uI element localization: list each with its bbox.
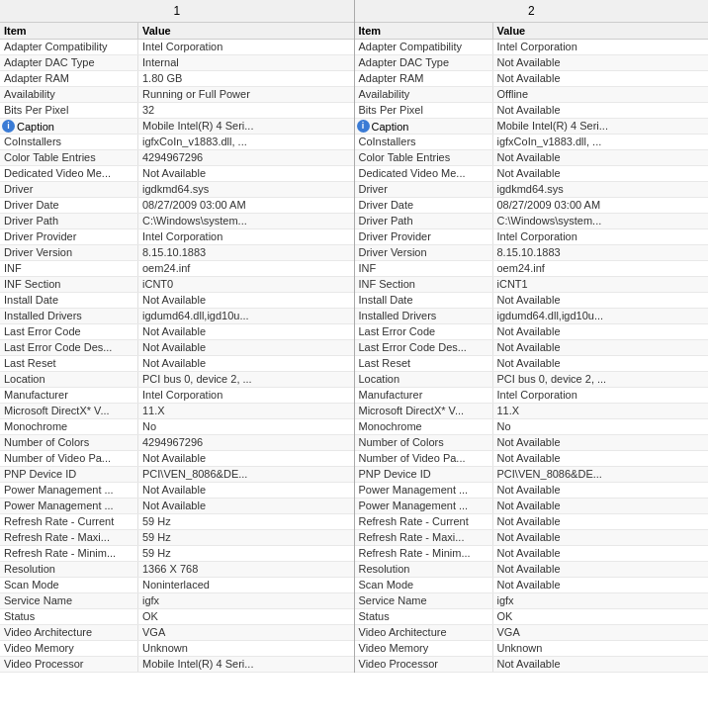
panel-panel1-header: 1	[0, 0, 354, 23]
value-cell: C:\Windows\system...	[138, 214, 354, 228]
item-cell: Location	[0, 372, 138, 387]
item-cell: INF	[355, 261, 493, 276]
value-cell: Not Available	[493, 562, 709, 577]
item-cell: INF	[0, 261, 138, 276]
item-cell: Adapter Compatibility	[355, 40, 493, 54]
item-cell: Refresh Rate - Minim...	[355, 546, 493, 561]
item-cell: Video Architecture	[355, 625, 493, 640]
value-cell: Not Available	[138, 340, 354, 355]
table-row: Adapter RAMNot Available	[355, 71, 709, 87]
table-row: Number of Video Pa...Not Available	[355, 451, 709, 467]
table-row: INF SectioniCNT1	[355, 277, 709, 293]
item-cell: Video Memory	[0, 641, 138, 656]
value-cell: Not Available	[138, 499, 354, 513]
table-row: Install DateNot Available	[0, 293, 354, 309]
table-row: Driverigdkmd64.sys	[0, 182, 354, 198]
value-cell: Not Available	[493, 435, 709, 450]
value-cell: 4294967296	[138, 150, 354, 165]
table-row: Refresh Rate - Minim...59 Hz	[0, 546, 354, 562]
table-row: ManufacturerIntel Corporation	[0, 388, 354, 404]
table-row: CoInstallersigfxCoIn_v1883.dll, ...	[355, 135, 709, 150]
item-cell: Service Name	[0, 593, 138, 608]
value-cell: PCI bus 0, device 2, ...	[493, 372, 709, 387]
value-cell: iCNT0	[138, 277, 354, 292]
value-cell: 8.15.10.1883	[138, 245, 354, 260]
item-cell: Number of Colors	[355, 435, 493, 450]
value-cell: Not Available	[493, 451, 709, 466]
table-row: Adapter RAM1.80 GB	[0, 71, 354, 87]
value-cell: Intel Corporation	[138, 388, 354, 403]
value-cell: igdumd64.dll,igd10u...	[493, 309, 709, 323]
table-row: Refresh Rate - CurrentNot Available	[355, 514, 709, 530]
table-row: iCaptionMobile Intel(R) 4 Seri...	[0, 119, 354, 135]
table-row: LocationPCI bus 0, device 2, ...	[0, 372, 354, 388]
value-cell: Not Available	[138, 356, 354, 371]
item-cell: INF Section	[0, 277, 138, 292]
caption-label: Caption	[17, 121, 54, 133]
item-cell: PNP Device ID	[0, 467, 138, 482]
table-row: LocationPCI bus 0, device 2, ...	[355, 372, 709, 388]
value-cell: 59 Hz	[138, 546, 354, 561]
item-cell: Last Reset	[0, 356, 138, 371]
table-row: Video ArchitectureVGA	[355, 625, 709, 641]
value-cell: 8.15.10.1883	[493, 245, 709, 260]
item-cell: Number of Colors	[0, 435, 138, 450]
value-cell: Intel Corporation	[493, 229, 709, 244]
item-cell: Color Table Entries	[355, 150, 493, 165]
table-row: Number of ColorsNot Available	[355, 435, 709, 451]
value-cell: Not Available	[493, 150, 709, 165]
caption-label: Caption	[372, 121, 409, 133]
item-cell: Install Date	[355, 293, 493, 308]
value-cell: oem24.inf	[138, 261, 354, 276]
panel-panel2-table-body: Adapter CompatibilityIntel CorporationAd…	[355, 40, 709, 673]
item-cell: Power Management ...	[0, 483, 138, 498]
table-row: Dedicated Video Me...Not Available	[0, 166, 354, 182]
item-cell: Adapter DAC Type	[355, 55, 493, 70]
value-cell: Not Available	[493, 578, 709, 592]
value-cell: Intel Corporation	[493, 40, 709, 54]
panel-panel1-table-header: ItemValue	[0, 23, 354, 40]
table-row: Refresh Rate - Maxi...59 Hz	[0, 530, 354, 546]
value-cell: igdkmd64.sys	[493, 182, 709, 197]
table-row: Driver Version8.15.10.1883	[355, 245, 709, 261]
table-row: Adapter DAC TypeNot Available	[355, 55, 709, 71]
item-cell: Last Error Code Des...	[0, 340, 138, 355]
item-cell: CoInstallers	[355, 135, 493, 149]
value-cell: 59 Hz	[138, 530, 354, 545]
table-row: Number of Colors4294967296	[0, 435, 354, 451]
item-cell: PNP Device ID	[355, 467, 493, 482]
value-cell: igfxCoIn_v1883.dll, ...	[493, 135, 709, 149]
value-cell: oem24.inf	[493, 261, 709, 276]
item-cell: Driver Provider	[355, 229, 493, 244]
table-row: INF SectioniCNT0	[0, 277, 354, 293]
item-cell: Manufacturer	[355, 388, 493, 403]
panel-panel1-col-value: Value	[138, 23, 354, 39]
item-cell: Power Management ...	[355, 483, 493, 498]
table-row: Video ArchitectureVGA	[0, 625, 354, 641]
table-row: ManufacturerIntel Corporation	[355, 388, 709, 404]
item-cell: Scan Mode	[0, 578, 138, 592]
table-row: Last Error Code Des...Not Available	[355, 340, 709, 356]
value-cell: No	[138, 419, 354, 434]
table-row: Installed Driversigdumd64.dll,igd10u...	[0, 309, 354, 324]
table-row: MonochromeNo	[0, 419, 354, 435]
value-cell: iCNT1	[493, 277, 709, 292]
value-cell: Not Available	[493, 499, 709, 513]
item-cell: Video Processor	[0, 657, 138, 672]
item-cell: Last Reset	[355, 356, 493, 371]
value-cell: Not Available	[138, 166, 354, 181]
value-cell: 32	[138, 103, 354, 118]
value-cell: No	[493, 419, 709, 434]
table-row: Installed Driversigdumd64.dll,igd10u...	[355, 309, 709, 324]
item-cell: Monochrome	[355, 419, 493, 434]
table-row: Last ResetNot Available	[355, 356, 709, 372]
table-row: Install DateNot Available	[355, 293, 709, 309]
table-row: Refresh Rate - Maxi...Not Available	[355, 530, 709, 546]
item-cell: Driver Version	[0, 245, 138, 260]
table-row: Microsoft DirectX* V...11.X	[355, 404, 709, 419]
panel-panel2-col-value: Value	[493, 23, 709, 39]
panel-panel1-table-body: Adapter CompatibilityIntel CorporationAd…	[0, 40, 354, 673]
table-row: Dedicated Video Me...Not Available	[355, 166, 709, 182]
item-cell: Availability	[355, 87, 493, 102]
info-icon: i	[2, 120, 15, 133]
